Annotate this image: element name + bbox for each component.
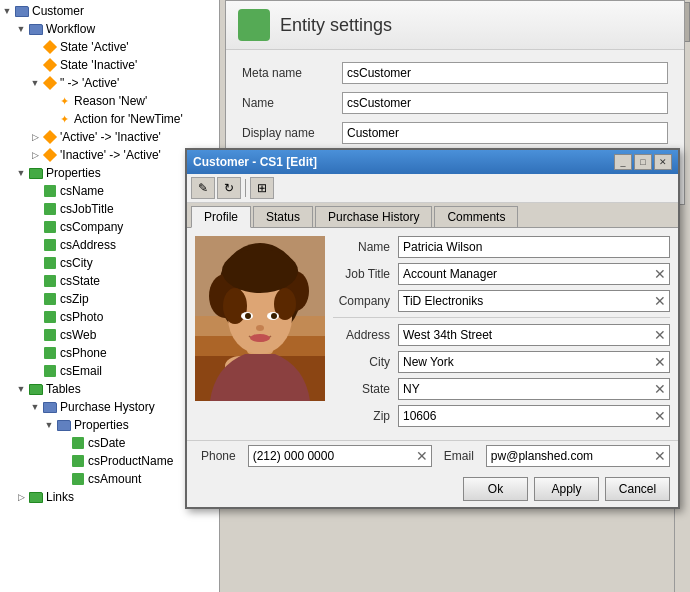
address-field[interactable] <box>399 325 651 345</box>
label-inactive-active: 'Inactive' -> 'Active' <box>60 148 161 162</box>
tab-comments[interactable]: Comments <box>434 206 518 227</box>
address-section: Address ✕ City ✕ State <box>333 317 670 427</box>
expander-tables[interactable]: ▼ <box>14 382 28 396</box>
form-row-displayname: Display name <box>242 122 668 144</box>
jobtitle-field-label: Job Title <box>333 267 398 281</box>
name-field-row: Name <box>333 236 670 258</box>
tree-item-to-active[interactable]: ▼" -> 'Active' <box>0 74 219 92</box>
jobtitle-clear-button[interactable]: ✕ <box>651 264 669 284</box>
state-field[interactable] <box>399 379 651 399</box>
state-field-label: State <box>333 382 398 396</box>
email-clear-button[interactable]: ✕ <box>651 446 669 466</box>
toolbar-separator <box>245 179 246 197</box>
name-field-label: Name <box>333 240 398 254</box>
maximize-button[interactable]: □ <box>634 154 652 170</box>
dialog-controls: _ □ ✕ <box>614 154 672 170</box>
ok-button[interactable]: Ok <box>463 477 528 501</box>
name-field[interactable] <box>399 237 669 257</box>
city-clear-button[interactable]: ✕ <box>651 352 669 372</box>
state-clear-button[interactable]: ✕ <box>651 379 669 399</box>
name-input[interactable] <box>342 92 668 114</box>
label-csstate: csState <box>60 274 100 288</box>
edit-icon: ✎ <box>198 181 208 195</box>
tab-status[interactable]: Status <box>253 206 313 227</box>
jobtitle-field[interactable] <box>399 264 651 284</box>
tab-profile[interactable]: Profile <box>191 206 251 228</box>
photo-placeholder <box>195 236 325 401</box>
icon-csphoto <box>42 309 58 325</box>
displayname-label: Display name <box>242 126 342 140</box>
close-button[interactable]: ✕ <box>654 154 672 170</box>
label-tables: Tables <box>46 382 81 396</box>
city-field[interactable] <box>399 352 651 372</box>
form-row-metaname: Meta name <box>242 62 668 84</box>
expander-active-inactive[interactable]: ▷ <box>28 130 42 144</box>
cancel-button[interactable]: Cancel <box>605 477 670 501</box>
label-csweb: csWeb <box>60 328 96 342</box>
icon-state-active <box>42 39 58 55</box>
company-clear-button[interactable]: ✕ <box>651 291 669 311</box>
edit-toolbar-button[interactable]: ✎ <box>191 177 215 199</box>
icon-tables <box>28 381 44 397</box>
company-field[interactable] <box>399 291 651 311</box>
email-label: Email <box>438 449 480 463</box>
metaname-input[interactable] <box>342 62 668 84</box>
displayname-input[interactable] <box>342 122 668 144</box>
label-csamount: csAmount <box>88 472 141 486</box>
zip-clear-button[interactable]: ✕ <box>651 406 669 426</box>
address-field-label: Address <box>333 328 398 342</box>
expander-csproductname <box>56 454 70 468</box>
zip-field-wrap: ✕ <box>398 405 670 427</box>
tree-item-state-inactive[interactable]: State 'Inactive' <box>0 56 219 74</box>
label-csproductname: csProductName <box>88 454 173 468</box>
tree-item-workflow[interactable]: ▼Workflow <box>0 20 219 38</box>
tree-item-customer[interactable]: ▼Customer <box>0 2 219 20</box>
icon-links <box>28 489 44 505</box>
minimize-button[interactable]: _ <box>614 154 632 170</box>
grid-icon: ⊞ <box>257 181 267 195</box>
email-field[interactable] <box>487 446 651 466</box>
icon-cscity <box>42 255 58 271</box>
dialog-action-row: Ok Apply Cancel <box>187 471 678 507</box>
icon-csdate <box>70 435 86 451</box>
city-field-wrap: ✕ <box>398 351 670 373</box>
expander-workflow[interactable]: ▼ <box>14 22 28 36</box>
icon-action-newtime: ✦ <box>56 111 72 127</box>
tree-item-state-active[interactable]: State 'Active' <box>0 38 219 56</box>
expander-csdate <box>56 436 70 450</box>
icon-inactive-active <box>42 147 58 163</box>
expander-reason-new <box>42 94 56 108</box>
expander-properties[interactable]: ▼ <box>14 166 28 180</box>
label-csaddress: csAddress <box>60 238 116 252</box>
city-field-row: City ✕ <box>333 351 670 373</box>
icon-cscompany <box>42 219 58 235</box>
icon-csstate <box>42 273 58 289</box>
tree-item-reason-new[interactable]: ✦Reason 'New' <box>0 92 219 110</box>
expander-cscity <box>28 256 42 270</box>
label-cscompany: csCompany <box>60 220 123 234</box>
phone-clear-button[interactable]: ✕ <box>413 446 431 466</box>
label-cscity: csCity <box>60 256 93 270</box>
jobtitle-field-wrap: ✕ <box>398 263 670 285</box>
icon-state-inactive <box>42 57 58 73</box>
tree-item-active-inactive[interactable]: ▷'Active' -> 'Inactive' <box>0 128 219 146</box>
zip-field[interactable] <box>399 406 651 426</box>
expander-csaddress <box>28 238 42 252</box>
expander-to-active[interactable]: ▼ <box>28 76 42 90</box>
address-clear-button[interactable]: ✕ <box>651 325 669 345</box>
apply-button[interactable]: Apply <box>534 477 599 501</box>
tree-item-action-newtime[interactable]: ✦Action for 'NewTime' <box>0 110 219 128</box>
expander-inactive-active[interactable]: ▷ <box>28 148 42 162</box>
phone-label: Phone <box>195 449 242 463</box>
icon-reason-new: ✦ <box>56 93 72 109</box>
refresh-toolbar-button[interactable]: ↻ <box>217 177 241 199</box>
phone-field[interactable] <box>249 446 413 466</box>
tab-purchase-history[interactable]: Purchase History <box>315 206 432 227</box>
expander-action-newtime <box>42 112 56 126</box>
expander-customer[interactable]: ▼ <box>0 4 14 18</box>
label-cszip: csZip <box>60 292 89 306</box>
grid-toolbar-button[interactable]: ⊞ <box>250 177 274 199</box>
expander-purchase-history[interactable]: ▼ <box>28 400 42 414</box>
expander-links[interactable]: ▷ <box>14 490 28 504</box>
expander-properties2[interactable]: ▼ <box>42 418 56 432</box>
